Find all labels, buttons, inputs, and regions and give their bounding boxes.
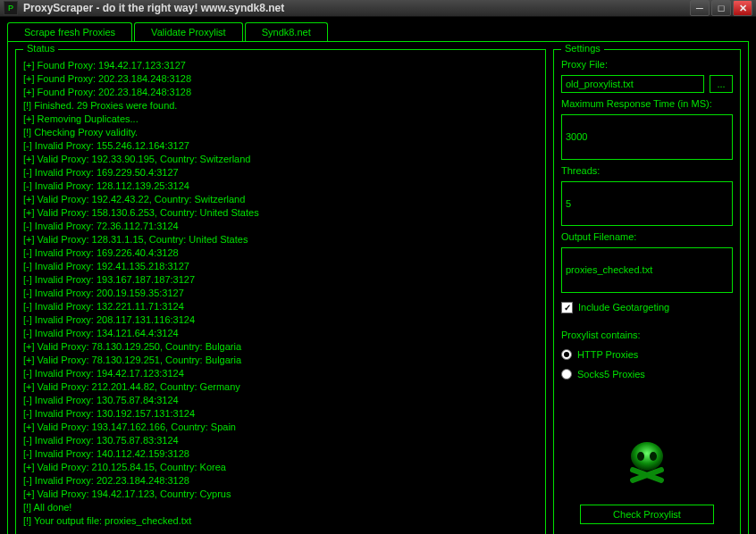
status-column: Status [+] Found Proxy: 194.42.17.123:31… xyxy=(15,49,546,534)
max-response-input[interactable] xyxy=(561,114,733,160)
minimize-button[interactable]: ─ xyxy=(690,0,710,16)
status-log[interactable]: [+] Found Proxy: 194.42.17.123:3127[+] F… xyxy=(23,59,538,528)
proxy-file-input[interactable] xyxy=(561,75,704,93)
log-line: [-] Invalid Proxy: 208.117.131.116:3124 xyxy=(23,313,538,327)
check-proxylist-button[interactable]: Check Proxylist xyxy=(580,505,714,524)
log-line: [+] Valid Proxy: 78.130.129.251, Country… xyxy=(23,354,538,367)
radio-socks-row[interactable]: Socks5 Proxies xyxy=(561,369,733,380)
log-line: [-] Invalid Proxy: 200.19.159.35:3127 xyxy=(23,287,538,300)
app-window: P ProxyScraper - do it the right way! ww… xyxy=(0,0,756,534)
log-line: [+] Found Proxy: 202.23.184.248:3128 xyxy=(23,72,538,86)
proxylist-contains-label: Proxylist contains: xyxy=(561,330,733,340)
log-line: [+] Found Proxy: 194.42.17.123:3127 xyxy=(23,59,538,72)
log-line: [+] Valid Proxy: 212.201.44.82, Country:… xyxy=(23,380,538,394)
log-line: [-] Invalid Proxy: 169.226.40.4:3128 xyxy=(23,246,538,260)
app-icon: P xyxy=(4,1,18,15)
proxy-file-label: Proxy File: xyxy=(561,59,733,70)
maximize-button[interactable]: □ xyxy=(711,0,731,16)
log-line: [!] Your output file: proxies_checked.tx… xyxy=(23,514,538,528)
settings-title: Settings xyxy=(561,43,604,54)
log-line: [+] Valid Proxy: 78.130.129.250, Country… xyxy=(23,340,538,354)
log-line: [-] Invalid Proxy: 130.75.87.84:3124 xyxy=(23,394,538,407)
svg-point-0 xyxy=(631,442,663,471)
log-line: [!] Finished. 29 Proxies were found. xyxy=(23,99,538,113)
max-response-label: Maximum Response Time (in MS): xyxy=(561,98,733,109)
svg-point-1 xyxy=(637,452,644,461)
status-fieldset: Status [+] Found Proxy: 194.42.17.123:31… xyxy=(15,49,546,534)
log-line: [+] Valid Proxy: 193.147.162.166, Countr… xyxy=(23,421,538,434)
log-line: [+] Valid Proxy: 128.31.1.15, Country: U… xyxy=(23,233,538,246)
content-area: Scrape fresh Proxies Validate Proxylist … xyxy=(0,17,756,534)
browse-button[interactable]: ... xyxy=(710,75,733,93)
log-line: [-] Invalid Proxy: 155.246.12.164:3127 xyxy=(23,139,538,153)
skull-icon xyxy=(616,437,678,490)
geotargeting-checkbox[interactable]: ✓ xyxy=(561,302,573,313)
output-label: Output Filename: xyxy=(561,231,733,242)
status-title: Status xyxy=(23,43,58,54)
log-line: [-] Invalid Proxy: 140.112.42.159:3128 xyxy=(23,447,538,461)
geotargeting-row[interactable]: ✓ Include Geotargeting xyxy=(561,302,733,313)
tab-panel: Status [+] Found Proxy: 194.42.17.123:31… xyxy=(7,41,749,534)
radio-http-label: HTTP Proxies xyxy=(577,349,638,360)
settings-column: Settings Proxy File: ... Maximum Respons… xyxy=(553,49,741,534)
titlebar[interactable]: P ProxyScraper - do it the right way! ww… xyxy=(0,0,756,17)
log-line: [+] Valid Proxy: 158.130.6.253, Country:… xyxy=(23,206,538,220)
log-line: [-] Invalid Proxy: 134.121.64.4:3124 xyxy=(23,327,538,340)
radio-socks-label: Socks5 Proxies xyxy=(577,369,645,380)
threads-input[interactable] xyxy=(561,181,733,227)
svg-point-2 xyxy=(650,452,657,461)
radio-http-row[interactable]: HTTP Proxies xyxy=(561,349,733,360)
log-line: [+] Found Proxy: 202.23.184.248:3128 xyxy=(23,86,538,99)
tab-strip: Scrape fresh Proxies Validate Proxylist … xyxy=(7,22,749,41)
radio-http[interactable] xyxy=(561,349,572,360)
tab-scrape[interactable]: Scrape fresh Proxies xyxy=(7,22,132,41)
log-line: [!] All done! xyxy=(23,501,538,514)
tab-syndk8[interactable]: Syndk8.net xyxy=(245,22,328,41)
window-title: ProxyScraper - do it the right way! www.… xyxy=(23,2,688,14)
close-button[interactable]: ✕ xyxy=(733,0,752,16)
log-line: [-] Invalid Proxy: 194.42.17.123:3124 xyxy=(23,367,538,380)
log-line: [+] Removing Duplicates... xyxy=(23,113,538,126)
settings-body: Proxy File: ... Maximum Response Time (i… xyxy=(561,59,733,528)
log-line: [-] Invalid Proxy: 202.23.184.248:3128 xyxy=(23,474,538,488)
log-line: [-] Invalid Proxy: 72.36.112.71:3124 xyxy=(23,220,538,233)
settings-fieldset: Settings Proxy File: ... Maximum Respons… xyxy=(553,49,741,534)
radio-socks[interactable] xyxy=(561,369,572,380)
log-line: [-] Invalid Proxy: 132.221.11.71:3124 xyxy=(23,300,538,313)
log-line: [+] Valid Proxy: 210.125.84.15, Country:… xyxy=(23,461,538,474)
threads-label: Threads: xyxy=(561,165,733,176)
tab-validate[interactable]: Validate Proxylist xyxy=(134,22,243,41)
log-line: [+] Valid Proxy: 194.42.17.123, Country:… xyxy=(23,488,538,501)
log-line: [-] Invalid Proxy: 169.229.50.4:3127 xyxy=(23,166,538,179)
log-line: [-] Invalid Proxy: 130.192.157.131:3124 xyxy=(23,407,538,421)
log-line: [-] Invalid Proxy: 130.75.87.83:3124 xyxy=(23,434,538,447)
log-line: [+] Valid Proxy: 192.33.90.195, Country:… xyxy=(23,153,538,166)
output-input[interactable] xyxy=(561,247,733,293)
geotargeting-label: Include Geotargeting xyxy=(578,302,669,313)
log-line: [+] Valid Proxy: 192.42.43.22, Country: … xyxy=(23,193,538,206)
log-line: [!] Checking Proxy validity. xyxy=(23,126,538,139)
log-line: [-] Invalid Proxy: 193.167.187.187:3127 xyxy=(23,273,538,287)
log-line: [-] Invalid Proxy: 192.41.135.218:3127 xyxy=(23,260,538,273)
log-line: [-] Invalid Proxy: 128.112.139.25:3124 xyxy=(23,179,538,193)
